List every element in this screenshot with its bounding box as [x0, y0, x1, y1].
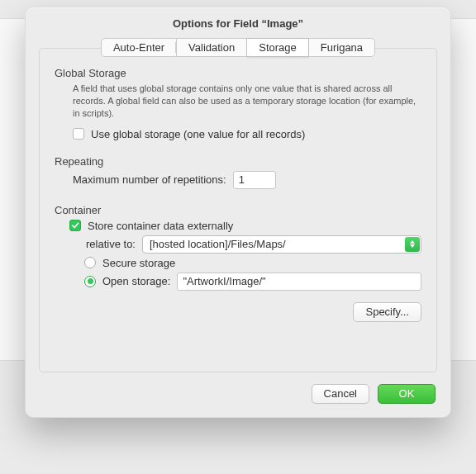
secure-storage-radio[interactable]	[84, 257, 96, 268]
global-storage-checkbox[interactable]	[73, 128, 84, 140]
open-storage-label: Open storage:	[102, 275, 170, 287]
specify-button[interactable]: Specify...	[353, 302, 421, 322]
open-storage-input[interactable]	[177, 273, 421, 291]
options-dialog: Options for Field “Image” Auto-Enter Val…	[25, 7, 451, 418]
global-storage-checkbox-label: Use global storage (one value for all re…	[91, 128, 305, 140]
container-heading: Container	[55, 204, 421, 216]
global-storage-row: Use global storage (one value for all re…	[73, 128, 421, 140]
updown-icon	[405, 237, 420, 252]
repetitions-input[interactable]	[233, 171, 276, 189]
ok-button[interactable]: OK	[378, 384, 436, 404]
relative-to-row: relative to: [hosted location]/Files/Map…	[137, 235, 421, 254]
tab-auto-enter[interactable]: Auto-Enter	[101, 38, 177, 57]
relative-to-select[interactable]: [hosted location]/Files/Maps/	[142, 235, 421, 254]
tab-furigana[interactable]: Furigana	[309, 38, 375, 57]
open-storage-row: Open storage:	[84, 273, 421, 291]
global-storage-help: A field that uses global storage contain…	[73, 83, 421, 120]
store-external-row: Store container data externally	[69, 220, 421, 232]
tab-storage[interactable]: Storage	[247, 38, 309, 57]
storage-panel: Global Storage A field that uses global …	[39, 48, 437, 372]
dialog-footer: Cancel OK	[26, 372, 450, 404]
relative-to-value: [hosted location]/Files/Maps/	[150, 238, 286, 250]
secure-storage-row: Secure storage	[84, 257, 421, 269]
repeating-heading: Repeating	[55, 155, 421, 168]
dialog-title: Options for Field “Image”	[26, 7, 450, 38]
open-storage-radio[interactable]	[84, 276, 96, 287]
repeating-label: Maximum number of repetitions:	[73, 173, 226, 186]
repeating-row: Maximum number of repetitions:	[73, 171, 421, 189]
secure-storage-label: Secure storage	[102, 257, 175, 269]
specify-row: Specify...	[55, 294, 421, 322]
tab-validation[interactable]: Validation	[177, 38, 247, 57]
global-storage-heading: Global Storage	[55, 67, 421, 79]
cancel-button[interactable]: Cancel	[312, 384, 369, 404]
store-external-checkbox[interactable]	[69, 220, 81, 231]
store-external-label: Store container data externally	[88, 220, 233, 232]
tab-bar: Auto-Enter Validation Storage Furigana	[26, 38, 450, 57]
relative-to-label: relative to:	[86, 238, 136, 250]
